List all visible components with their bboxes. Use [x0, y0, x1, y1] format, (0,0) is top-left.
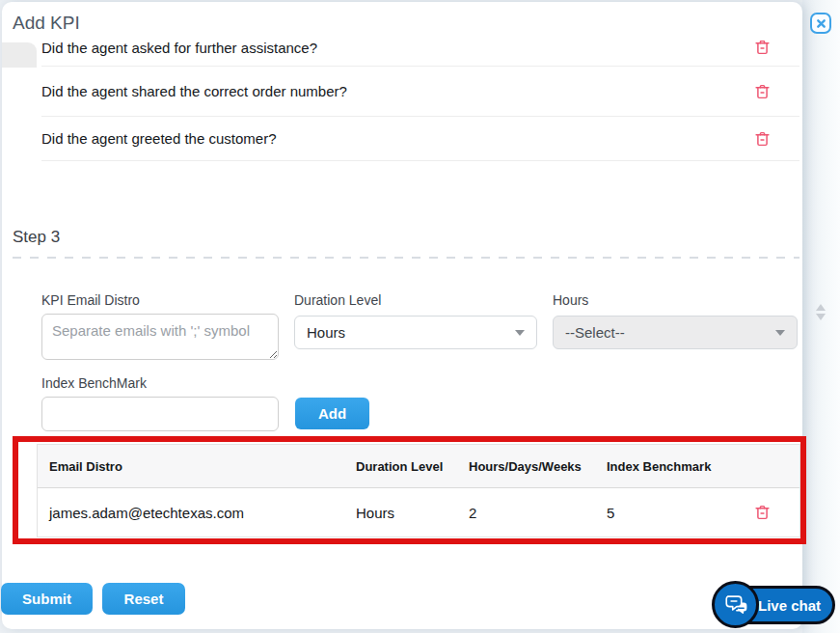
cell-email: james.adam@etechtexas.com — [38, 505, 356, 521]
dashed-divider — [13, 257, 799, 259]
index-benchmark-label: Index BenchMark — [41, 375, 147, 391]
duration-level-select[interactable]: Hours — [294, 316, 537, 349]
question-text: Did the agent greeted the customer? — [41, 130, 277, 147]
question-text: Did the agent shared the correct order n… — [41, 83, 347, 99]
trash-icon — [754, 89, 771, 103]
delete-question-button[interactable] — [754, 41, 771, 56]
duration-level-label: Duration Level — [294, 292, 381, 308]
question-row: Did the agent greeted the customer? — [41, 117, 799, 161]
chat-bubbles-icon — [723, 592, 748, 618]
cell-duration: Hours — [356, 505, 469, 521]
caret-down-icon — [775, 330, 785, 336]
down-arrow-icon — [816, 314, 826, 320]
trash-icon — [754, 44, 771, 59]
duration-level-value: Hours — [307, 324, 515, 341]
scrollbar-arrows[interactable] — [815, 304, 826, 320]
delete-question-button[interactable] — [754, 83, 771, 100]
kpi-question-list: Did the agent asked for further assistan… — [41, 41, 799, 161]
question-text: Did the agent asked for further assistan… — [41, 41, 317, 56]
delete-row-button[interactable] — [754, 504, 771, 521]
header-hours-days-weeks: Hours/Days/Weeks — [469, 459, 607, 474]
index-benchmark-input[interactable] — [41, 397, 279, 431]
delete-question-button[interactable] — [754, 130, 771, 148]
kpi-distro-table: Email Distro Duration Level Hours/Days/W… — [37, 444, 800, 537]
hours-value: --Select-- — [565, 324, 775, 341]
hours-select[interactable]: --Select-- — [553, 316, 798, 349]
table-header-row: Email Distro Duration Level Hours/Days/W… — [38, 445, 799, 488]
add-button[interactable]: Add — [295, 398, 369, 429]
close-icon — [816, 18, 826, 29]
header-duration-level: Duration Level — [356, 459, 469, 474]
cell-hours: 2 — [469, 505, 607, 521]
question-row: Did the agent shared the correct order n… — [41, 67, 799, 117]
trash-icon — [754, 509, 771, 524]
header-index-benchmark: Index Benchmark — [607, 459, 746, 474]
scroll-fragment — [2, 42, 37, 68]
submit-button[interactable]: Submit — [1, 583, 93, 615]
close-button[interactable] — [810, 13, 831, 34]
table-row: james.adam@etechtexas.com Hours 2 5 — [38, 488, 799, 537]
caret-down-icon — [515, 330, 525, 336]
modal-title: Add KPI — [13, 13, 80, 34]
header-email-distro: Email Distro — [38, 459, 356, 474]
hours-label: Hours — [553, 292, 588, 308]
step-3-heading: Step 3 — [13, 228, 60, 247]
kpi-email-distro-label: KPI Email Distro — [41, 292, 140, 308]
live-chat-label: Live chat — [758, 597, 821, 614]
trash-icon — [754, 136, 771, 151]
question-row: Did the agent asked for further assistan… — [41, 41, 799, 67]
up-arrow-icon — [816, 304, 826, 311]
live-chat-button[interactable]: Live chat — [712, 581, 835, 629]
reset-button[interactable]: Reset — [102, 583, 185, 615]
screen: Add KPI Did the agent asked for further … — [0, 0, 840, 633]
add-kpi-modal: Add KPI Did the agent asked for further … — [2, 2, 802, 629]
kpi-email-distro-textarea[interactable] — [41, 314, 279, 360]
cell-benchmark: 5 — [607, 505, 746, 521]
